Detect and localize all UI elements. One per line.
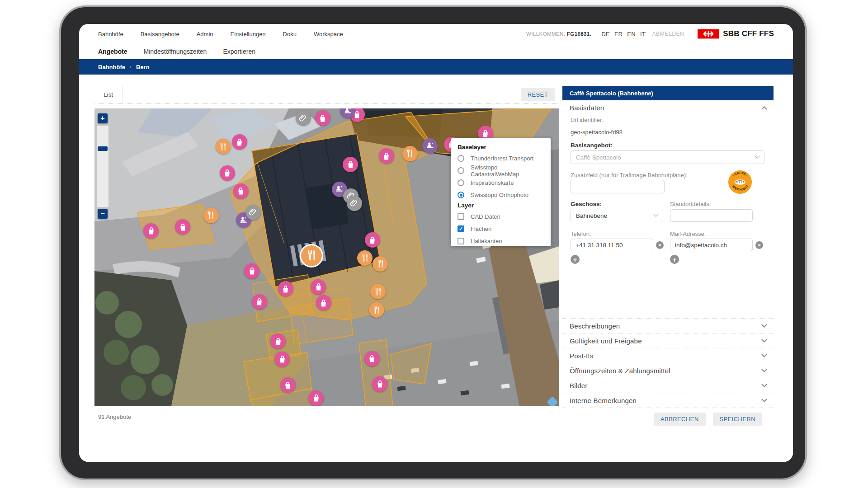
map-marker-service[interactable] <box>422 138 438 154</box>
map-marker-gastro[interactable] <box>373 256 388 272</box>
map-marker-shop[interactable] <box>379 148 394 164</box>
map-marker-shop[interactable] <box>311 279 326 295</box>
baselayer-label: Inspirationskarte <box>471 179 514 186</box>
map-zoom-slider[interactable] <box>97 126 108 207</box>
layer-option-flaechen[interactable]: Flächen <box>458 223 546 235</box>
logout-link[interactable]: ABMELDEN <box>652 31 684 37</box>
zoom-out-button[interactable]: − <box>98 209 108 219</box>
map-marker-shop[interactable] <box>244 263 259 279</box>
map-marker-shop[interactable] <box>372 376 387 392</box>
map-zoom-slider-handle[interactable] <box>98 146 108 151</box>
clear-mail-icon[interactable]: ✕ <box>755 241 763 249</box>
map-marker-gastro[interactable] <box>301 245 322 266</box>
map-marker-shop[interactable] <box>365 232 380 248</box>
map-marker-gastro[interactable] <box>402 146 418 161</box>
tab-angebote[interactable]: Angebote <box>98 48 127 55</box>
section-interne-bemerkungen[interactable]: Interne Bemerkungen <box>562 393 774 408</box>
add-telefon-button[interactable]: + <box>571 255 580 264</box>
standortdetails-input[interactable] <box>670 209 753 222</box>
map-marker-gastro[interactable] <box>370 284 386 299</box>
lang-de[interactable]: DE <box>601 31 610 38</box>
lang-fr[interactable]: FR <box>614 31 623 38</box>
bag-icon <box>274 337 283 346</box>
map-marker-shop[interactable] <box>252 294 267 310</box>
section-gueltigkeit[interactable]: Gültigkeit und Freigabe <box>562 333 774 348</box>
map-marker-shop[interactable] <box>143 223 159 239</box>
map-marker-shop[interactable] <box>343 157 358 172</box>
checkbox-icon[interactable] <box>458 238 464 244</box>
radio-icon[interactable] <box>458 192 464 198</box>
section-beschreibungen[interactable]: Beschreibungen <box>562 318 774 333</box>
basisangebot-select[interactable]: Caffè Spettacolo <box>571 150 764 164</box>
service-desk-icon <box>343 108 353 116</box>
map-toolbar: List RESET <box>94 86 559 104</box>
detail-panel-title: Caffè Spettacolo (Bahnebene) <box>562 86 774 100</box>
baselayer-option-orthophoto[interactable]: Swisstopo Orthophoto <box>458 189 546 201</box>
zusatzfeld-input[interactable] <box>571 180 665 193</box>
nav-bahnhoefe[interactable]: Bahnhöfe <box>98 31 123 38</box>
paperclip-icon <box>349 198 359 208</box>
map-marker-shop[interactable] <box>315 110 330 126</box>
layer-option-haltekanten[interactable]: Haltekanten <box>458 235 546 247</box>
tab-mindestoeffnungszeiten[interactable]: Mindestöffnungszeiten <box>144 48 207 55</box>
breadcrumb-root[interactable]: Bahnhöfe <box>98 64 125 70</box>
tab-list[interactable]: List <box>94 86 123 103</box>
reset-button[interactable]: RESET <box>521 88 555 101</box>
map-marker-gastro[interactable] <box>216 139 231 154</box>
clear-telefon-icon[interactable]: ✕ <box>656 241 664 249</box>
section-oeffnungszeiten[interactable]: Öffnungszeiten & Zahlungsmittel <box>562 363 774 378</box>
add-mail-button[interactable]: + <box>670 255 679 264</box>
telefon-input[interactable] <box>571 239 653 251</box>
map-marker-shop[interactable] <box>220 165 235 181</box>
zoom-in-button[interactable]: + <box>98 113 108 123</box>
chevron-down-icon <box>653 212 658 217</box>
map-marker-shop[interactable] <box>232 134 247 150</box>
zusatzfeld-label: Zusatzfeld (nur für Trafimage Bahnhofplä… <box>571 172 688 178</box>
baselayer-label: Swisstopo Orthophoto <box>471 192 528 198</box>
map-marker-clip[interactable] <box>296 110 311 126</box>
baselayer-option-inspirationskarte[interactable]: Inspirationskarte <box>458 177 546 189</box>
nav-einstellungen[interactable]: Einstellungen <box>231 31 266 38</box>
nav-doku[interactable]: Doku <box>283 31 297 38</box>
bag-icon <box>247 266 257 276</box>
save-button[interactable]: SPEICHERN <box>713 413 762 426</box>
section-bilder[interactable]: Bilder <box>562 378 774 393</box>
nav-basisangebote[interactable]: Basisangebote <box>141 31 179 38</box>
map-marker-shop[interactable] <box>278 281 293 296</box>
map-marker-shop[interactable] <box>280 377 296 393</box>
checkbox-icon[interactable] <box>458 225 464 232</box>
tab-exportieren[interactable]: Exportieren <box>223 48 255 55</box>
radio-icon[interactable] <box>458 179 464 186</box>
bag-icon <box>281 284 290 294</box>
map-marker-shop[interactable] <box>270 333 286 349</box>
paperclip-icon <box>248 207 258 217</box>
map-marker-clip[interactable] <box>347 196 362 211</box>
mail-input[interactable] <box>670 239 753 251</box>
nav-workspace[interactable]: Workspace <box>314 31 343 38</box>
map-marker-shop[interactable] <box>308 390 324 406</box>
baselayer-option-cadastral[interactable]: Swisstopo CadastralWebMap <box>458 164 546 177</box>
checkbox-icon[interactable] <box>458 213 464 220</box>
radio-icon[interactable] <box>458 155 464 162</box>
cancel-button[interactable]: ABBRECHEN <box>654 413 706 426</box>
map-marker-gastro[interactable] <box>357 250 373 266</box>
map-marker-shop[interactable] <box>316 295 331 310</box>
lang-it[interactable]: IT <box>640 31 646 38</box>
baselayer-option-thunderforest[interactable]: Thunderforest Transport <box>458 152 546 164</box>
map-marker-gastro[interactable] <box>203 208 219 223</box>
section-post-its[interactable]: Post-Its <box>562 348 774 363</box>
map-marker-shop[interactable] <box>175 219 190 235</box>
map-marker-gastro[interactable] <box>369 302 384 318</box>
radio-icon[interactable] <box>458 167 464 174</box>
map-marker-shop[interactable] <box>233 183 249 199</box>
map-marker-clip[interactable] <box>245 205 261 220</box>
map-viewport[interactable]: + − Baselayer Thunderforest Transport <box>94 108 559 406</box>
map-marker-shop[interactable] <box>274 352 290 367</box>
breadcrumb-current: Bern <box>136 64 150 70</box>
layer-option-cad-daten[interactable]: CAD Daten <box>458 211 546 223</box>
nav-admin[interactable]: Admin <box>197 31 213 38</box>
map-marker-shop[interactable] <box>364 351 380 366</box>
geschoss-select[interactable]: Bahnebene <box>571 209 663 222</box>
section-basisdaten[interactable]: Basisdaten <box>562 100 774 115</box>
lang-en[interactable]: EN <box>627 31 636 38</box>
